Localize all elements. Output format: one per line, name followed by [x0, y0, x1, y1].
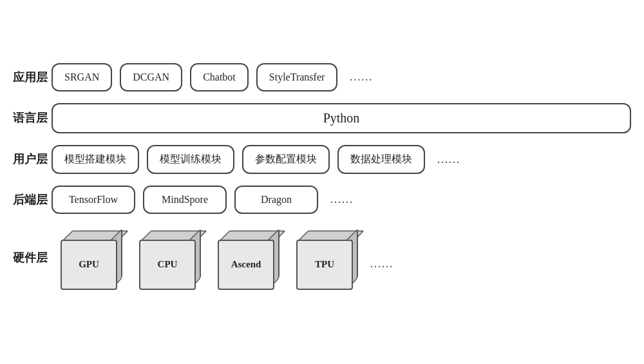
lang-layer-content: Python	[52, 103, 631, 133]
hardware-ascend-cube: Ascend	[209, 225, 279, 290]
app-item-srgan: SRGAN	[52, 63, 112, 91]
hardware-tpu-cube: TPU	[287, 225, 358, 290]
backend-item-mindspore: MindSpore	[143, 186, 227, 214]
backend-ellipsis: ……	[326, 186, 357, 214]
backend-item-dragon: Dragon	[234, 186, 318, 214]
app-item-dcgan: DCGAN	[120, 63, 182, 91]
hardware-gpu-cube: GPU	[52, 225, 122, 290]
hardware-ellipsis: ……	[370, 257, 393, 271]
app-layer-content: SRGAN DCGAN Chatbot StyleTransfer ……	[52, 63, 631, 91]
user-item-param-config: 参数配置模块	[242, 145, 330, 174]
user-ellipsis: ……	[433, 145, 464, 173]
backend-layer-label: 后端层	[13, 192, 52, 207]
user-layer-content: 模型搭建模块 模型训练模块 参数配置模块 数据处理模块 ……	[52, 145, 631, 174]
hardware-layer-row: 硬件层 GPU CPU Asce	[13, 225, 631, 290]
app-layer-label: 应用层	[13, 70, 52, 85]
user-item-model-build: 模型搭建模块	[52, 145, 139, 174]
user-layer-label: 用户层	[13, 151, 52, 167]
hardware-layer-content: GPU CPU Ascend	[52, 225, 631, 290]
hardware-layer-label: 硬件层	[13, 250, 52, 265]
app-item-styletransfer: StyleTransfer	[256, 63, 338, 91]
hardware-cpu-cube: CPU	[130, 225, 201, 290]
cube-front-gpu: GPU	[61, 240, 117, 290]
backend-layer-row: 后端层 TensorFlow MindSpore Dragon ……	[13, 186, 631, 214]
backend-item-tensorflow: TensorFlow	[52, 186, 135, 214]
user-item-model-train: 模型训练模块	[147, 145, 234, 174]
lang-layer-row: 语言层 Python	[13, 103, 631, 133]
user-item-data-process: 数据处理模块	[337, 145, 425, 174]
app-layer-row: 应用层 SRGAN DCGAN Chatbot StyleTransfer ……	[13, 63, 631, 91]
app-item-chatbot: Chatbot	[190, 63, 249, 91]
user-layer-row: 用户层 模型搭建模块 模型训练模块 参数配置模块 数据处理模块 ……	[13, 145, 631, 174]
cube-front-tpu: TPU	[296, 240, 353, 290]
cube-front-cpu: CPU	[139, 240, 196, 290]
architecture-diagram: 应用层 SRGAN DCGAN Chatbot StyleTransfer ………	[13, 57, 631, 308]
app-ellipsis: ……	[345, 63, 376, 91]
lang-item-python: Python	[52, 103, 631, 133]
lang-layer-label: 语言层	[13, 110, 52, 126]
backend-layer-content: TensorFlow MindSpore Dragon ……	[52, 186, 631, 214]
cube-front-ascend: Ascend	[218, 240, 274, 290]
